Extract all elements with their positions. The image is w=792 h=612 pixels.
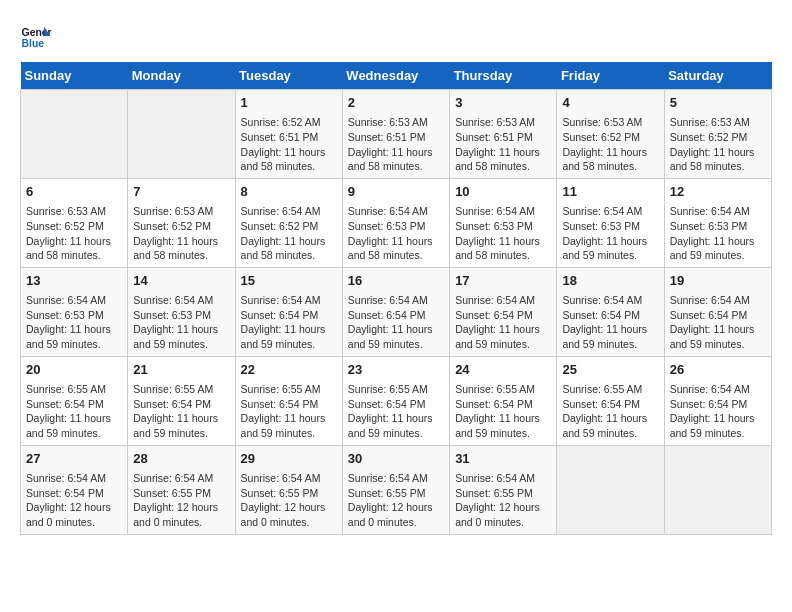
day-number: 16 [348,272,444,290]
day-number: 30 [348,450,444,468]
day-number: 15 [241,272,337,290]
day-number: 24 [455,361,551,379]
day-info: Sunrise: 6:52 AM Sunset: 6:51 PM Dayligh… [241,115,337,174]
calendar-cell: 31 Sunrise: 6:54 AM Sunset: 6:55 PM Dayl… [450,445,557,534]
day-info: Sunrise: 6:55 AM Sunset: 6:54 PM Dayligh… [26,382,122,441]
day-number: 9 [348,183,444,201]
day-number: 26 [670,361,766,379]
calendar-cell: 27 Sunrise: 6:54 AM Sunset: 6:54 PM Dayl… [21,445,128,534]
calendar-week-1: 1 Sunrise: 6:52 AM Sunset: 6:51 PM Dayli… [21,90,772,179]
calendar-cell: 5 Sunrise: 6:53 AM Sunset: 6:52 PM Dayli… [664,90,771,179]
day-info: Sunrise: 6:55 AM Sunset: 6:54 PM Dayligh… [241,382,337,441]
day-number: 6 [26,183,122,201]
calendar-week-4: 20 Sunrise: 6:55 AM Sunset: 6:54 PM Dayl… [21,356,772,445]
day-number: 4 [562,94,658,112]
calendar-cell [21,90,128,179]
calendar-cell: 16 Sunrise: 6:54 AM Sunset: 6:54 PM Dayl… [342,267,449,356]
calendar-cell: 24 Sunrise: 6:55 AM Sunset: 6:54 PM Dayl… [450,356,557,445]
calendar-week-3: 13 Sunrise: 6:54 AM Sunset: 6:53 PM Dayl… [21,267,772,356]
calendar-cell: 14 Sunrise: 6:54 AM Sunset: 6:53 PM Dayl… [128,267,235,356]
day-number: 11 [562,183,658,201]
logo: General Blue [20,20,52,52]
day-info: Sunrise: 6:54 AM Sunset: 6:55 PM Dayligh… [455,471,551,530]
calendar-cell: 10 Sunrise: 6:54 AM Sunset: 6:53 PM Dayl… [450,178,557,267]
calendar-cell: 29 Sunrise: 6:54 AM Sunset: 6:55 PM Dayl… [235,445,342,534]
day-header-saturday: Saturday [664,62,771,90]
day-number: 27 [26,450,122,468]
day-number: 3 [455,94,551,112]
day-info: Sunrise: 6:55 AM Sunset: 6:54 PM Dayligh… [455,382,551,441]
day-info: Sunrise: 6:54 AM Sunset: 6:55 PM Dayligh… [133,471,229,530]
calendar-cell: 7 Sunrise: 6:53 AM Sunset: 6:52 PM Dayli… [128,178,235,267]
calendar-cell: 26 Sunrise: 6:54 AM Sunset: 6:54 PM Dayl… [664,356,771,445]
day-header-wednesday: Wednesday [342,62,449,90]
day-number: 12 [670,183,766,201]
day-number: 20 [26,361,122,379]
day-header-tuesday: Tuesday [235,62,342,90]
calendar-cell: 18 Sunrise: 6:54 AM Sunset: 6:54 PM Dayl… [557,267,664,356]
calendar-cell: 11 Sunrise: 6:54 AM Sunset: 6:53 PM Dayl… [557,178,664,267]
day-info: Sunrise: 6:54 AM Sunset: 6:52 PM Dayligh… [241,204,337,263]
day-info: Sunrise: 6:54 AM Sunset: 6:54 PM Dayligh… [562,293,658,352]
day-info: Sunrise: 6:54 AM Sunset: 6:53 PM Dayligh… [670,204,766,263]
calendar-cell: 3 Sunrise: 6:53 AM Sunset: 6:51 PM Dayli… [450,90,557,179]
day-info: Sunrise: 6:54 AM Sunset: 6:53 PM Dayligh… [562,204,658,263]
calendar-cell: 2 Sunrise: 6:53 AM Sunset: 6:51 PM Dayli… [342,90,449,179]
calendar-cell: 20 Sunrise: 6:55 AM Sunset: 6:54 PM Dayl… [21,356,128,445]
day-number: 7 [133,183,229,201]
calendar-cell: 8 Sunrise: 6:54 AM Sunset: 6:52 PM Dayli… [235,178,342,267]
day-number: 29 [241,450,337,468]
day-info: Sunrise: 6:54 AM Sunset: 6:54 PM Dayligh… [670,293,766,352]
day-number: 25 [562,361,658,379]
day-info: Sunrise: 6:53 AM Sunset: 6:52 PM Dayligh… [26,204,122,263]
day-info: Sunrise: 6:55 AM Sunset: 6:54 PM Dayligh… [348,382,444,441]
calendar-cell: 19 Sunrise: 6:54 AM Sunset: 6:54 PM Dayl… [664,267,771,356]
calendar-cell: 1 Sunrise: 6:52 AM Sunset: 6:51 PM Dayli… [235,90,342,179]
day-number: 19 [670,272,766,290]
day-info: Sunrise: 6:54 AM Sunset: 6:54 PM Dayligh… [455,293,551,352]
calendar-cell: 28 Sunrise: 6:54 AM Sunset: 6:55 PM Dayl… [128,445,235,534]
day-number: 31 [455,450,551,468]
day-info: Sunrise: 6:53 AM Sunset: 6:52 PM Dayligh… [670,115,766,174]
day-number: 1 [241,94,337,112]
day-info: Sunrise: 6:54 AM Sunset: 6:54 PM Dayligh… [26,471,122,530]
day-number: 14 [133,272,229,290]
day-number: 23 [348,361,444,379]
day-header-friday: Friday [557,62,664,90]
calendar-cell: 13 Sunrise: 6:54 AM Sunset: 6:53 PM Dayl… [21,267,128,356]
days-header-row: SundayMondayTuesdayWednesdayThursdayFrid… [21,62,772,90]
day-info: Sunrise: 6:54 AM Sunset: 6:53 PM Dayligh… [26,293,122,352]
day-info: Sunrise: 6:54 AM Sunset: 6:53 PM Dayligh… [455,204,551,263]
calendar-week-2: 6 Sunrise: 6:53 AM Sunset: 6:52 PM Dayli… [21,178,772,267]
day-info: Sunrise: 6:53 AM Sunset: 6:51 PM Dayligh… [348,115,444,174]
day-header-thursday: Thursday [450,62,557,90]
day-number: 21 [133,361,229,379]
day-header-monday: Monday [128,62,235,90]
calendar-cell: 9 Sunrise: 6:54 AM Sunset: 6:53 PM Dayli… [342,178,449,267]
calendar-cell: 30 Sunrise: 6:54 AM Sunset: 6:55 PM Dayl… [342,445,449,534]
svg-text:Blue: Blue [22,38,45,49]
day-info: Sunrise: 6:55 AM Sunset: 6:54 PM Dayligh… [562,382,658,441]
calendar-cell: 6 Sunrise: 6:53 AM Sunset: 6:52 PM Dayli… [21,178,128,267]
day-info: Sunrise: 6:54 AM Sunset: 6:53 PM Dayligh… [348,204,444,263]
calendar-cell: 4 Sunrise: 6:53 AM Sunset: 6:52 PM Dayli… [557,90,664,179]
day-info: Sunrise: 6:53 AM Sunset: 6:52 PM Dayligh… [562,115,658,174]
day-number: 13 [26,272,122,290]
calendar-cell: 12 Sunrise: 6:54 AM Sunset: 6:53 PM Dayl… [664,178,771,267]
day-info: Sunrise: 6:54 AM Sunset: 6:55 PM Dayligh… [348,471,444,530]
day-header-sunday: Sunday [21,62,128,90]
calendar-cell [128,90,235,179]
day-number: 18 [562,272,658,290]
day-info: Sunrise: 6:54 AM Sunset: 6:54 PM Dayligh… [670,382,766,441]
day-info: Sunrise: 6:54 AM Sunset: 6:55 PM Dayligh… [241,471,337,530]
calendar-cell: 17 Sunrise: 6:54 AM Sunset: 6:54 PM Dayl… [450,267,557,356]
calendar-cell [557,445,664,534]
day-number: 2 [348,94,444,112]
day-info: Sunrise: 6:55 AM Sunset: 6:54 PM Dayligh… [133,382,229,441]
day-number: 17 [455,272,551,290]
calendar-cell [664,445,771,534]
calendar-cell: 23 Sunrise: 6:55 AM Sunset: 6:54 PM Dayl… [342,356,449,445]
day-number: 22 [241,361,337,379]
calendar-table: SundayMondayTuesdayWednesdayThursdayFrid… [20,62,772,535]
logo-icon: General Blue [20,20,52,52]
